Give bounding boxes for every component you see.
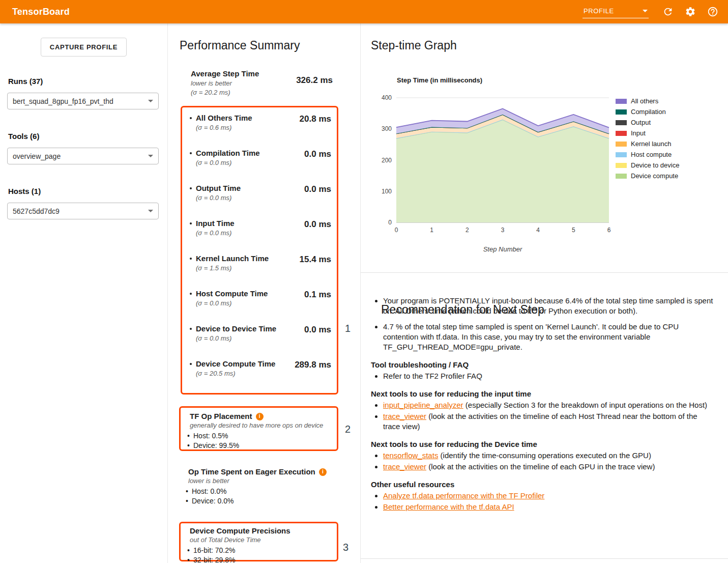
refresh-button[interactable] — [662, 6, 674, 18]
step-time-graph-title: Step-time Graph — [371, 39, 457, 52]
band-device-compute — [396, 120, 609, 222]
annotation-number-1: 1 — [345, 323, 351, 334]
list-item: 32-bit: 29.8% — [187, 555, 332, 563]
recommendation-item: tensorflow_stats (identify the time-cons… — [383, 451, 715, 461]
sidebar: CAPTURE PROFILE Runs (37) bert_squad_8gp… — [0, 23, 168, 563]
metric-row: Input Time (σ = 0.0 ms) 0.0 ms — [182, 219, 337, 254]
list-item: Host: 0.5% — [187, 431, 332, 440]
note-label-text: Op Time Spent on Eager Execution — [188, 467, 315, 476]
eager-execution-note: lower is better — [188, 477, 333, 485]
svg-text:6: 6 — [607, 227, 611, 234]
topbar-actions: PROFILE — [583, 5, 719, 18]
annotation-box-3: Device Compute Precisions out of Total D… — [179, 522, 338, 561]
metric-row: Kernel Launch Time (σ = 1.5 ms) 15.4 ms — [182, 254, 337, 289]
legend-item: All others — [616, 96, 679, 106]
legend-swatch — [616, 163, 627, 168]
metric-label: Host Compute Time — [196, 289, 268, 298]
performance-summary-panel: Performance Summary Average Step Time lo… — [168, 23, 361, 563]
capture-profile-button[interactable]: CAPTURE PROFILE — [41, 38, 127, 57]
note-label-text: Device Compute Precisions — [190, 526, 290, 536]
tf-op-placement-items: Host: 0.5% Device: 99.5% — [187, 431, 332, 450]
recommendation-heading: Tool troubleshooting / FAQ — [371, 360, 715, 370]
topbar: TensorBoard PROFILE — [0, 0, 728, 23]
recommendation-text: (look at the activities on the timeline … — [383, 412, 697, 431]
bullet-icon — [190, 152, 192, 154]
bullet-icon — [190, 258, 192, 260]
chevron-down-icon — [148, 100, 153, 102]
metric-sigma: (σ = 1.5 ms) — [196, 264, 269, 272]
runs-select[interactable]: bert_squad_8gpu_fp16_pvt_thd — [7, 93, 159, 109]
legend-item: Input — [616, 128, 679, 138]
legend-label: Host compute — [631, 151, 672, 158]
dashboard-select-value: PROFILE — [584, 7, 614, 15]
metric-sigma: (σ = 0.0 ms) — [196, 299, 268, 307]
metric-label: Output Time — [196, 184, 241, 193]
legend-swatch — [616, 174, 627, 179]
metric-value: 20.8 ms — [300, 114, 331, 124]
metric-value: 0.0 ms — [304, 184, 331, 194]
legend-item: Compilation — [616, 106, 679, 117]
bullet-icon — [190, 328, 192, 330]
legend-swatch — [616, 99, 627, 104]
section-divider — [361, 272, 728, 273]
recommendation-item: 4.7 % of the total step time sampled is … — [383, 322, 715, 352]
chevron-down-icon — [643, 10, 648, 12]
metric-value: 0.0 ms — [304, 219, 331, 230]
legend-label: Input — [631, 129, 646, 137]
recommendation-text: (look at the activities on the timeline … — [426, 462, 655, 471]
legend-item: Kernel launch — [616, 138, 679, 149]
recommendation-section: Next tools to use for reducing the Devic… — [371, 439, 715, 472]
legend-swatch — [616, 142, 627, 147]
annotation-number-2: 2 — [345, 424, 351, 435]
input-pipeline-analyzer-link[interactable]: input_pipeline_analyzer — [383, 401, 463, 409]
trace-viewer-link[interactable]: trace_viewer — [383, 412, 426, 420]
bullet-icon — [190, 117, 192, 119]
metric-sigma: (σ = 0.0 ms) — [196, 158, 260, 167]
performance-summary-title: Performance Summary — [180, 39, 300, 52]
legend-label: Device compute — [631, 172, 678, 180]
eager-execution-items: Host: 0.0% Device: 0.0% — [185, 487, 333, 505]
metric-label: Device Compute Time — [196, 359, 275, 369]
info-icon[interactable] — [256, 413, 264, 420]
recommendation-text: (identify the time-consuming operations … — [438, 451, 651, 460]
tools-select[interactable]: overview_page — [7, 148, 159, 164]
info-icon[interactable] — [319, 468, 327, 476]
recommendation-item: input_pipeline_analyzer (especially Sect… — [383, 400, 715, 410]
legend-item: Host compute — [616, 149, 679, 160]
recommendation-heading: Next tools to use for reducing the Devic… — [371, 439, 715, 449]
svg-text:2: 2 — [465, 227, 469, 234]
better-performance-with-the-tf-data-api-link[interactable]: Better performance with the tf.data API — [383, 502, 514, 511]
metric-sigma: (σ = 0.6 ms) — [196, 123, 252, 132]
metric-value: 0.1 ms — [304, 290, 331, 300]
recommendation-list: Refer to the TF2 Profiler FAQ — [383, 371, 715, 381]
metric-value: 15.4 ms — [300, 255, 331, 265]
svg-text:0: 0 — [388, 219, 392, 226]
legend-item: Device to device — [616, 160, 679, 171]
dashboard-select[interactable]: PROFILE — [583, 5, 649, 18]
chevron-down-icon — [148, 210, 153, 212]
hosts-select[interactable]: 5627c5dd7dc9 — [7, 203, 159, 219]
legend-swatch — [616, 120, 627, 125]
settings-button[interactable] — [684, 6, 696, 18]
metric-row: Device Compute Time (σ = 20.5 ms) 289.8 … — [182, 359, 337, 395]
recommendation-item: Refer to the TF2 Profiler FAQ — [383, 371, 715, 381]
help-button[interactable] — [707, 6, 719, 18]
metric-label: Compilation Time — [196, 149, 260, 158]
trace-viewer-link[interactable]: trace_viewer — [383, 462, 426, 471]
eager-execution-label: Op Time Spent on Eager Execution — [188, 467, 333, 476]
chart-title: Step Time (in milliseconds) — [397, 76, 482, 84]
tensorflow-stats-link[interactable]: tensorflow_stats — [383, 451, 438, 460]
recommendation-list: Analyze tf.data performance with the TF … — [383, 491, 715, 512]
svg-text:3: 3 — [501, 227, 505, 234]
legend-label: All others — [631, 97, 658, 105]
svg-text:400: 400 — [382, 94, 392, 101]
metric-value: 0.0 ms — [304, 149, 331, 159]
list-item: Device: 99.5% — [187, 441, 332, 450]
recommendation-item: Analyze tf.data performance with the TF … — [383, 491, 715, 501]
legend-label: Compilation — [631, 108, 666, 116]
tools-select-value: overview_page — [13, 152, 61, 160]
legend-item: Output — [616, 117, 679, 128]
analyze-tf-data-performance-with-the-tf-profiler-link[interactable]: Analyze tf.data performance with the TF … — [383, 491, 544, 500]
metric-label: All Others Time — [196, 114, 252, 123]
bullet-icon — [190, 187, 192, 189]
